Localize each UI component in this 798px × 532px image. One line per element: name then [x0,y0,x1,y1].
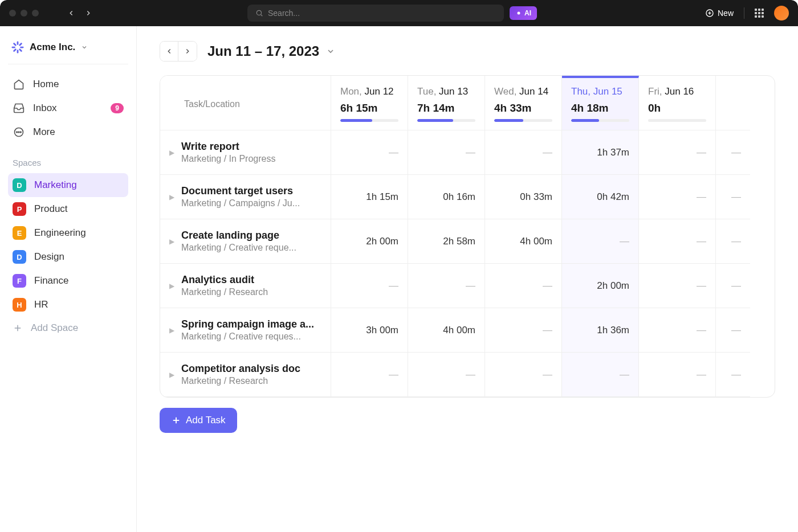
new-button[interactable]: New [705,9,734,18]
topbar: Search... AI New [0,0,798,26]
task-title: Analytics audit [181,274,268,286]
plus-circle-icon [705,9,714,18]
time-cell[interactable]: — [408,264,485,308]
add-space-button[interactable]: Add Space [8,317,128,339]
nav-back-icon[interactable] [67,9,75,17]
time-cell[interactable]: 0h 42m [562,175,639,219]
nav-more[interactable]: More [8,120,128,144]
nav-inbox[interactable]: Inbox 9 [8,96,128,120]
task-cell[interactable]: ▶ Write reportMarketing / In Progress [160,130,331,175]
expand-icon[interactable]: ▶ [169,238,174,245]
space-item-finance[interactable]: FFinance [8,269,128,293]
expand-icon[interactable]: ▶ [169,149,174,157]
task-path: Marketing / In Progress [181,154,275,164]
day-header[interactable]: Fri, Jun 16 0h [639,76,716,130]
time-cell[interactable]: — [331,264,408,308]
time-cell[interactable]: 0h 33m [485,175,562,219]
space-item-engineering[interactable]: EEngineering [8,221,128,245]
task-cell[interactable]: ▶ Create landing pageMarketing / Creativ… [160,219,331,264]
space-icon: H [13,298,26,312]
add-task-button[interactable]: Add Task [160,408,237,433]
time-cell[interactable]: — [408,130,485,175]
spaces-label: Spaces [8,144,128,173]
day-header[interactable]: Wed, Jun 14 4h 33m [485,76,562,130]
time-cell[interactable]: — [639,219,716,264]
time-cell[interactable]: 2h 00m [331,219,408,264]
space-label: Marketing [34,179,77,191]
space-label: Finance [34,275,68,287]
time-cell[interactable]: — [408,353,485,397]
time-cell[interactable]: — [716,130,750,175]
time-cell[interactable]: — [331,353,408,397]
time-cell[interactable]: — [716,175,750,219]
day-total: 4h 33m [494,102,552,114]
nav-forward-icon[interactable] [84,9,92,17]
task-cell[interactable]: ▶ Document target usersMarketing / Campa… [160,175,331,219]
time-cell[interactable]: — [716,264,750,308]
time-cell[interactable]: 1h 36m [562,308,639,353]
chevron-down-icon [81,44,88,51]
svg-line-10 [14,44,16,46]
time-cell[interactable]: — [562,219,639,264]
plus-icon [171,415,181,425]
time-cell[interactable]: — [485,264,562,308]
time-cell[interactable]: 0h 16m [408,175,485,219]
svg-point-0 [256,10,261,15]
time-cell[interactable]: — [639,175,716,219]
time-cell[interactable]: — [639,264,716,308]
avatar[interactable] [774,6,789,21]
time-cell[interactable]: — [639,353,716,397]
search-input[interactable]: Search... [247,5,504,22]
time-cell[interactable]: — [331,130,408,175]
task-header: Task/Location [160,76,331,130]
time-cell[interactable]: 2h 00m [562,264,639,308]
expand-icon[interactable]: ▶ [169,326,174,334]
time-cell[interactable]: 3h 00m [331,308,408,353]
time-cell[interactable]: 1h 15m [331,175,408,219]
workspace-switcher[interactable]: Acme Inc. [8,36,128,64]
task-path: Marketing / Research [181,287,268,297]
time-cell[interactable]: — [485,308,562,353]
expand-icon[interactable]: ▶ [169,193,174,201]
time-cell[interactable]: — [485,353,562,397]
more-icon [13,126,25,138]
date-range[interactable]: Jun 11 – 17, 2023 [207,43,335,59]
date-prev-button[interactable] [160,42,178,61]
task-cell[interactable]: ▶ Spring campaign image a...Marketing / … [160,308,331,353]
home-icon [13,78,25,91]
time-cell[interactable]: — [716,219,750,264]
day-header[interactable]: Tue, Jun 13 7h 14m [408,76,485,130]
date-next-button[interactable] [178,42,197,61]
time-cell[interactable]: — [562,353,639,397]
time-cell[interactable]: — [485,130,562,175]
nav-home[interactable]: Home [8,72,128,96]
time-cell[interactable]: — [716,353,750,397]
task-title: Write report [181,141,275,153]
task-path: Marketing / Creative reques... [181,332,314,342]
time-cell[interactable]: — [639,130,716,175]
space-item-product[interactable]: PProduct [8,197,128,221]
workspace-logo-icon [11,41,24,54]
space-item-design[interactable]: DDesign [8,245,128,269]
task-cell[interactable]: ▶ Competitor analysis docMarketing / Res… [160,353,331,397]
window-controls[interactable] [9,10,39,17]
apps-icon[interactable] [755,9,764,18]
day-header[interactable]: Mon, Jun 12 6h 15m [331,76,408,130]
expand-icon[interactable]: ▶ [169,371,174,379]
time-cell[interactable]: 2h 58m [408,219,485,264]
progress-track [340,119,398,122]
time-cell[interactable]: 4h 00m [485,219,562,264]
date-nav [160,41,197,62]
time-cell[interactable]: — [716,308,750,353]
svg-line-1 [261,15,263,17]
space-item-marketing[interactable]: DMarketing [8,173,128,197]
time-cell[interactable]: 4h 00m [408,308,485,353]
ai-button[interactable]: AI [510,6,537,20]
task-cell[interactable]: ▶ Analytics auditMarketing / Research [160,264,331,308]
space-item-hr[interactable]: HHR [8,293,128,317]
day-header[interactable]: Thu, Jun 15 4h 18m [562,76,639,130]
svg-line-12 [14,50,16,51]
time-cell[interactable]: — [639,308,716,353]
expand-icon[interactable]: ▶ [169,282,174,290]
time-cell[interactable]: 1h 37m [562,130,639,175]
